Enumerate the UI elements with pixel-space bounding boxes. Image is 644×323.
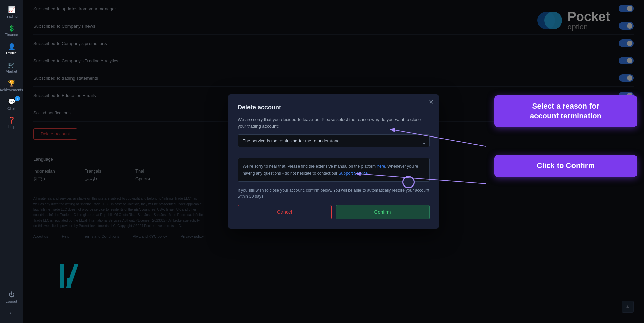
annotation-reason: Select a reason foraccount termination bbox=[494, 95, 637, 127]
finance-icon: 💲 bbox=[8, 25, 15, 31]
modal-title: Delete account bbox=[238, 104, 430, 111]
main-content: Subscribed to updates from your manager … bbox=[23, 0, 644, 323]
modal-description: We are sorry that you decided to leave u… bbox=[238, 116, 430, 130]
trading-icon: 📈 bbox=[8, 7, 15, 13]
sidebar-item-chat[interactable]: 💬 4 Chat bbox=[0, 95, 23, 114]
modal-info-box: We're sorry to hear that. Please find th… bbox=[238, 158, 430, 182]
achievements-icon: 🏆 bbox=[8, 80, 15, 86]
sidebar-item-finance[interactable]: 💲 Finance bbox=[0, 22, 23, 40]
sidebar-item-label: Chat bbox=[7, 106, 15, 110]
reason-select[interactable]: The service is too confusing for me to u… bbox=[238, 134, 430, 147]
modal-buttons: Cancel Confirm bbox=[238, 205, 430, 219]
sidebar-item-help[interactable]: ❓ Help bbox=[0, 114, 23, 132]
sidebar-item-achievements[interactable]: 🏆 Achievements bbox=[0, 77, 23, 95]
market-icon: 🛒 bbox=[8, 62, 15, 68]
sidebar-item-profile[interactable]: 👤 Profile bbox=[0, 40, 23, 59]
modal-overlay: Delete account ✕ We are sorry that you d… bbox=[23, 0, 644, 323]
annotation-confirm: Click to Confirm bbox=[494, 155, 637, 177]
sidebar-item-market[interactable]: 🛒 Market bbox=[0, 59, 23, 77]
sidebar-item-label: Finance bbox=[5, 33, 18, 37]
sidebar-item-label: Trading bbox=[5, 14, 18, 18]
confirm-button[interactable]: Confirm bbox=[336, 205, 430, 219]
reason-select-wrapper: The service is too confusing for me to u… bbox=[238, 134, 430, 152]
chat-badge: 4 bbox=[15, 96, 20, 101]
chat-icon: 💬 bbox=[8, 99, 15, 105]
info-text-3: . bbox=[368, 171, 369, 176]
sidebar-item-label: Logout bbox=[6, 299, 17, 303]
sidebar-item-label: Help bbox=[7, 125, 15, 129]
help-icon: ❓ bbox=[8, 117, 15, 123]
modal-confirm-description: If you still wish to close your account,… bbox=[238, 187, 430, 199]
info-text-1: We're sorry to hear that. Please find th… bbox=[243, 164, 377, 169]
modal-close-button[interactable]: ✕ bbox=[429, 99, 434, 105]
sidebar-item-label: Profile bbox=[6, 51, 17, 55]
confirm-circle-indicator bbox=[402, 176, 415, 188]
logout-icon: ⏻ bbox=[9, 292, 15, 298]
cancel-button[interactable]: Cancel bbox=[238, 205, 332, 219]
back-icon: ← bbox=[9, 310, 15, 316]
sidebar-item-label: Achievements bbox=[0, 88, 23, 92]
sidebar-item-trading[interactable]: 📈 Trading bbox=[0, 3, 23, 22]
sidebar-item-logout[interactable]: ⏻ Logout bbox=[0, 288, 23, 307]
sidebar-item-label: Market bbox=[6, 69, 17, 74]
sidebar-back-btn[interactable]: ← bbox=[0, 307, 23, 320]
delete-account-modal: Delete account ✕ We are sorry that you d… bbox=[228, 94, 439, 229]
profile-icon: 👤 bbox=[8, 44, 15, 50]
info-link-support[interactable]: Support Service bbox=[339, 171, 368, 176]
sidebar: 📈 Trading 💲 Finance 👤 Profile 🛒 Market 🏆… bbox=[0, 0, 23, 323]
info-link-here[interactable]: here bbox=[377, 164, 385, 169]
